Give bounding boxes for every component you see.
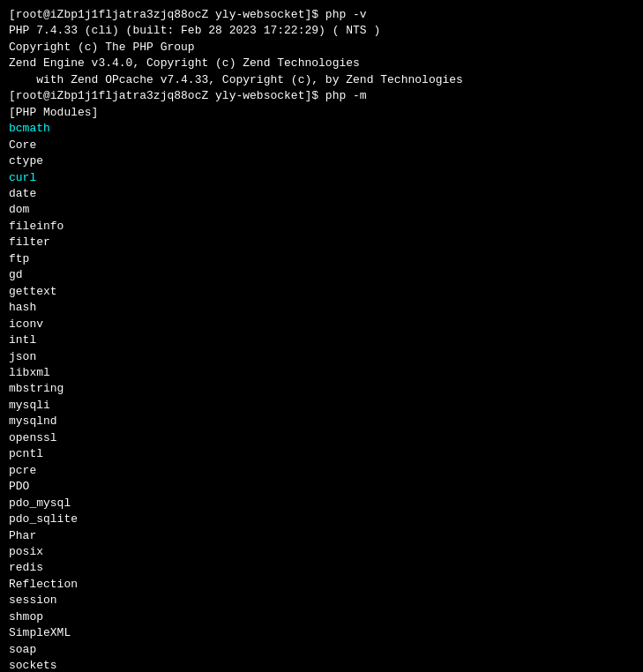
terminal-text: pdo_sqlite	[9, 512, 78, 526]
terminal-line: mysqli	[9, 398, 634, 414]
terminal-line: filter	[9, 235, 634, 250]
terminal-text: [PHP Modules]	[9, 106, 98, 119]
terminal-line: pcntl	[9, 446, 634, 462]
terminal-text: ctype	[9, 154, 43, 168]
terminal-text: libxml	[9, 366, 50, 379]
terminal-line: hash	[9, 300, 634, 316]
terminal-line: sockets	[9, 658, 634, 672]
terminal-text: PDO	[9, 480, 29, 493]
terminal-text: Phar	[9, 529, 36, 542]
terminal-line: intl	[9, 332, 634, 348]
terminal-line: gd	[9, 267, 634, 283]
terminal-line: dom	[9, 202, 634, 218]
terminal-line: [PHP Modules]	[9, 105, 634, 121]
terminal-text: pdo_mysql	[9, 497, 71, 510]
terminal-output: [root@iZbp1j1fljatra3zjq88ocZ yly-websoc…	[9, 7, 634, 672]
terminal-line: session	[9, 593, 634, 609]
terminal-line: [root@iZbp1j1fljatra3zjq88ocZ yly-websoc…	[9, 7, 634, 23]
terminal-text: redis	[9, 561, 43, 574]
terminal-text: with Zend OPcache v7.4.33, Copyright (c)…	[9, 73, 463, 86]
terminal-text: gd	[9, 268, 23, 281]
terminal-text: json	[9, 350, 36, 363]
terminal-line: ctype	[9, 153, 634, 169]
terminal-text: posix	[9, 545, 43, 558]
terminal-text: mysqlnd	[9, 414, 57, 428]
terminal-line: date	[9, 186, 634, 202]
terminal-line: PDO	[9, 479, 634, 495]
terminal-text: dom	[9, 203, 29, 216]
terminal-text: soap	[9, 643, 36, 656]
terminal-line: fileinfo	[9, 219, 634, 235]
terminal-line: Zend Engine v3.4.0, Copyright (c) Zend T…	[9, 56, 634, 71]
terminal-line: [root@iZbp1j1fljatra3zjq88ocZ yly-websoc…	[9, 88, 634, 104]
terminal-line: with Zend OPcache v7.4.33, Copyright (c)…	[9, 72, 634, 88]
terminal-line: Reflection	[9, 577, 634, 593]
terminal-text: sockets	[9, 659, 57, 672]
terminal-text: openssl	[9, 431, 57, 444]
terminal-text: Core	[9, 138, 36, 152]
terminal-line: json	[9, 349, 634, 365]
terminal-text: filter	[9, 235, 50, 249]
terminal-line: Core	[9, 138, 634, 153]
terminal-text: date	[9, 187, 36, 200]
terminal-line: curl	[9, 170, 634, 186]
terminal-text: Reflection	[9, 578, 78, 591]
terminal-line: redis	[9, 560, 634, 576]
terminal-text: fileinfo	[9, 220, 64, 233]
terminal-text: Copyright (c) The PHP Group	[9, 41, 195, 54]
terminal-text: gettext	[9, 285, 57, 298]
terminal-text: session	[9, 594, 57, 607]
terminal-line: pcre	[9, 463, 634, 479]
terminal-line: ftp	[9, 251, 634, 267]
terminal-line: soap	[9, 642, 634, 658]
terminal-text: bcmath	[9, 122, 50, 135]
terminal-line: mbstring	[9, 381, 634, 397]
terminal-line: iconv	[9, 317, 634, 332]
terminal-text: [root@iZbp1j1fljatra3zjq88ocZ yly-websoc…	[9, 8, 367, 21]
terminal-line: shmop	[9, 609, 634, 625]
terminal-line: SimpleXML	[9, 625, 634, 641]
terminal-line: bcmath	[9, 121, 634, 137]
terminal-line: libxml	[9, 365, 634, 381]
terminal-text: curl	[9, 171, 36, 184]
terminal-line: Phar	[9, 528, 634, 544]
terminal-text: iconv	[9, 317, 43, 331]
terminal-text: intl	[9, 333, 36, 347]
terminal-text: ftp	[9, 252, 29, 265]
terminal-line: PHP 7.4.33 (cli) (built: Feb 28 2023 17:…	[9, 23, 634, 39]
terminal-text: PHP 7.4.33 (cli) (built: Feb 28 2023 17:…	[9, 24, 380, 37]
terminal-text: Zend Engine v3.4.0, Copyright (c) Zend T…	[9, 56, 360, 70]
terminal-text: pcre	[9, 464, 36, 477]
terminal-text: mysqli	[9, 399, 50, 412]
terminal-text: mbstring	[9, 382, 64, 395]
terminal-text: pcntl	[9, 447, 43, 460]
terminal-window: [root@iZbp1j1fljatra3zjq88ocZ yly-websoc…	[9, 7, 634, 672]
terminal-text: SimpleXML	[9, 626, 71, 639]
terminal-line: mysqlnd	[9, 414, 634, 429]
terminal-line: Copyright (c) The PHP Group	[9, 40, 634, 56]
terminal-line: openssl	[9, 430, 634, 446]
terminal-text: shmop	[9, 610, 43, 623]
terminal-line: gettext	[9, 284, 634, 300]
terminal-text: [root@iZbp1j1fljatra3zjq88ocZ yly-websoc…	[9, 89, 367, 102]
terminal-line: pdo_mysql	[9, 496, 634, 511]
terminal-line: posix	[9, 544, 634, 560]
terminal-line: pdo_sqlite	[9, 511, 634, 527]
terminal-text: hash	[9, 301, 36, 314]
